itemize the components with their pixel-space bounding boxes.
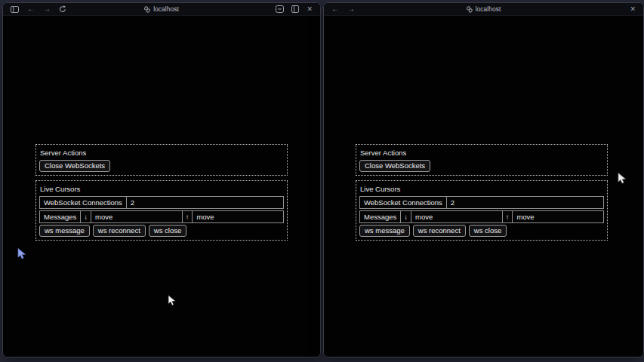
back-icon[interactable]: ← [27, 5, 35, 13]
url-text: localhost [153, 5, 179, 13]
panel-icon[interactable] [276, 5, 284, 13]
forward-icon[interactable]: → [347, 5, 355, 13]
ws-message-button[interactable]: ws message [39, 225, 90, 237]
server-actions-title: Server Actions [360, 149, 603, 157]
live-cursors-title: Live Cursors [40, 185, 283, 193]
link-icon [144, 6, 150, 13]
connections-label: WebSocket Connections [40, 197, 127, 208]
connections-row: WebSocket Connections 2 [39, 196, 284, 209]
sent-message: move [513, 211, 603, 222]
server-actions-panel: Server Actions Close WebSockets [35, 144, 288, 176]
received-arrow-icon: ↓ [401, 211, 411, 222]
titlebar[interactable]: ← → localhost ✕ [324, 3, 643, 16]
back-icon[interactable]: ← [331, 5, 339, 13]
ws-reconnect-button[interactable]: ws reconnect [93, 225, 146, 237]
sent-arrow-icon: ↑ [503, 211, 513, 222]
close-window-icon[interactable]: ✕ [307, 6, 313, 13]
url-text: localhost [476, 5, 501, 13]
connections-count: 2 [127, 197, 283, 208]
address-bar[interactable]: localhost [324, 3, 643, 15]
ws-reconnect-button[interactable]: ws reconnect [413, 225, 466, 237]
page-content: Server Actions Close WebSockets Live Cur… [3, 17, 320, 357]
received-message: move [411, 211, 503, 222]
sent-message: move [193, 211, 283, 222]
link-icon [467, 6, 473, 13]
browser-window-right: ← → localhost ✕ Server Actions Close Web… [323, 2, 644, 357]
server-actions-title: Server Actions [40, 149, 283, 157]
page-content: Server Actions Close WebSockets Live Cur… [324, 17, 643, 357]
sent-arrow-icon: ↑ [183, 211, 193, 222]
sidebar-toggle-icon[interactable] [11, 6, 19, 13]
reload-icon[interactable] [59, 5, 66, 13]
forward-icon[interactable]: → [43, 5, 51, 13]
tabs-icon[interactable] [291, 5, 299, 13]
ws-close-button[interactable]: ws close [149, 225, 186, 237]
messages-label: Messages [40, 211, 81, 222]
close-websockets-button[interactable]: Close WebSockets [359, 160, 430, 172]
live-cursors-panel: Live Cursors WebSocket Connections 2 Mes… [35, 180, 288, 241]
ws-close-button[interactable]: ws close [469, 225, 507, 237]
messages-row: Messages ↓ move ↑ move [359, 210, 604, 223]
live-cursors-panel: Live Cursors WebSocket Connections 2 Mes… [356, 180, 608, 241]
received-message: move [91, 211, 183, 222]
connections-row: WebSocket Connections 2 [359, 196, 604, 209]
titlebar[interactable]: ← → localhost ✕ [3, 3, 320, 16]
live-cursors-title: Live Cursors [360, 185, 603, 193]
messages-row: Messages ↓ move ↑ move [39, 210, 284, 223]
connections-label: WebSocket Connections [360, 197, 447, 208]
close-websockets-button[interactable]: Close WebSockets [39, 160, 110, 172]
browser-window-left: ← → localhost ✕ Server Actions [2, 2, 321, 357]
messages-label: Messages [360, 211, 401, 222]
received-arrow-icon: ↓ [81, 211, 91, 222]
connections-count: 2 [447, 197, 603, 208]
ws-message-button[interactable]: ws message [359, 225, 410, 237]
desktop: { "icons": { "back": "←", "forward": "→"… [0, 0, 644, 362]
close-window-icon[interactable]: ✕ [630, 6, 636, 13]
server-actions-panel: Server Actions Close WebSockets [356, 144, 608, 176]
